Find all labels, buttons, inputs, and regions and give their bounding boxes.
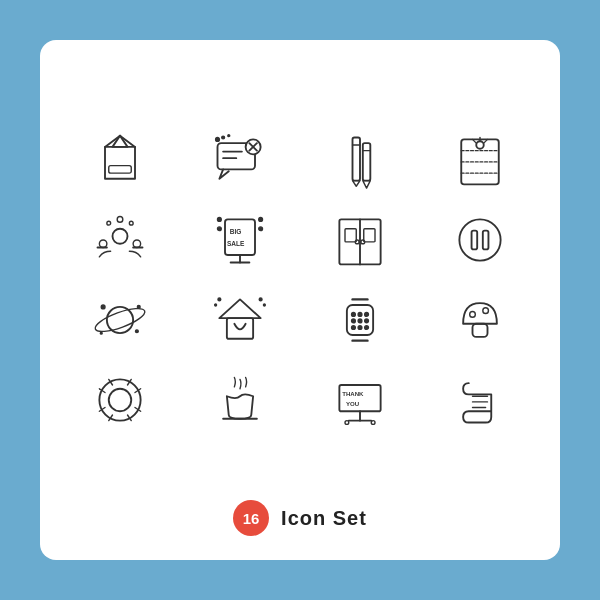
svg-point-63	[215, 304, 217, 306]
svg-point-78	[470, 312, 476, 318]
svg-marker-16	[363, 181, 371, 189]
svg-point-96	[345, 421, 349, 425]
pause-icon	[430, 210, 530, 270]
svg-point-57	[137, 305, 140, 308]
footer-label: Icon Set	[281, 507, 367, 530]
house-tongue-icon	[190, 290, 290, 350]
thank-you-icon: THANK YOU	[310, 370, 410, 430]
wardrobe-icon	[310, 210, 410, 270]
svg-rect-13	[353, 138, 361, 181]
svg-rect-46	[345, 229, 356, 242]
svg-point-53	[107, 307, 133, 333]
scroll-icon	[430, 370, 530, 430]
big-sale-icon: BIG SALE	[190, 210, 290, 270]
icon-set-card: BIG SALE	[40, 40, 560, 560]
svg-point-56	[135, 330, 138, 333]
svg-point-49	[361, 240, 365, 244]
svg-point-74	[352, 326, 356, 330]
footer: 16 Icon Set	[233, 500, 367, 536]
planet-icon	[70, 290, 170, 350]
svg-marker-59	[219, 299, 260, 318]
svg-point-40	[218, 218, 222, 222]
lifebuoy-icon	[70, 370, 170, 430]
smartwatch-icon	[310, 290, 410, 350]
svg-point-68	[352, 313, 356, 317]
svg-point-79	[483, 308, 489, 314]
svg-point-73	[365, 319, 369, 323]
svg-marker-2	[113, 136, 128, 147]
svg-point-75	[358, 326, 362, 330]
svg-point-34	[129, 221, 133, 225]
svg-point-58	[100, 332, 102, 334]
svg-rect-52	[483, 231, 489, 250]
svg-point-69	[358, 313, 362, 317]
svg-text:YOU: YOU	[346, 400, 360, 407]
svg-point-32	[117, 217, 123, 223]
svg-rect-3	[109, 166, 132, 174]
svg-point-80	[99, 379, 140, 420]
svg-point-55	[101, 305, 105, 309]
svg-point-28	[99, 240, 107, 248]
icons-grid: BIG SALE	[70, 70, 530, 490]
svg-point-62	[259, 298, 262, 301]
svg-rect-15	[363, 143, 371, 181]
svg-rect-51	[472, 231, 478, 250]
svg-point-23	[476, 141, 484, 149]
svg-point-50	[459, 219, 500, 260]
svg-point-43	[259, 227, 263, 231]
svg-point-76	[365, 326, 369, 330]
svg-point-64	[263, 304, 265, 306]
svg-point-81	[109, 389, 132, 412]
svg-point-27	[113, 229, 128, 244]
svg-point-71	[352, 319, 356, 323]
svg-point-33	[107, 221, 111, 225]
svg-point-10	[216, 138, 220, 142]
svg-point-48	[355, 240, 359, 244]
svg-point-97	[371, 421, 375, 425]
svg-point-72	[358, 319, 362, 323]
svg-point-70	[365, 313, 369, 317]
svg-rect-77	[473, 324, 488, 337]
svg-rect-91	[339, 385, 380, 411]
svg-text:SALE: SALE	[227, 240, 245, 247]
svg-rect-47	[364, 229, 375, 242]
settings-icon	[70, 210, 170, 270]
mushroom-icon	[430, 290, 530, 350]
svg-rect-35	[225, 219, 255, 255]
svg-point-41	[259, 218, 263, 222]
svg-point-42	[218, 227, 222, 231]
pencils-icon	[310, 130, 410, 190]
icon-count-badge: 16	[233, 500, 269, 536]
svg-point-12	[228, 135, 230, 137]
svg-point-11	[222, 136, 225, 139]
svg-text:BIG: BIG	[230, 228, 242, 235]
plant-book-icon	[430, 130, 530, 190]
svg-text:THANK: THANK	[342, 390, 364, 397]
svg-point-29	[133, 240, 141, 248]
hot-drink-icon	[190, 370, 290, 430]
bag-icon	[70, 130, 170, 190]
chat-delete-icon	[190, 130, 290, 190]
svg-point-61	[218, 298, 221, 301]
